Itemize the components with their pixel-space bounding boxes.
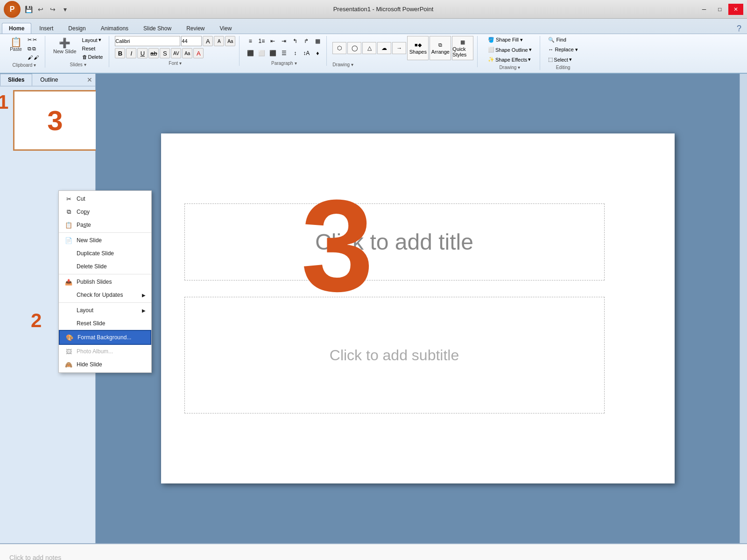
format-painter-button[interactable]: 🖌 🖌 [25, 54, 41, 61]
shape-4[interactable]: ☁ [377, 42, 391, 54]
slide-subtitle-box[interactable]: Click to add subtitle [184, 297, 605, 413]
shadow-button[interactable]: S [160, 48, 170, 58]
ctx-format-background[interactable]: 🎨 Format Background... [59, 330, 151, 345]
ltr-button[interactable]: ↱ [301, 36, 311, 46]
char-spacing-button[interactable]: AV [171, 48, 181, 58]
reset-button[interactable]: Reset [80, 45, 106, 52]
align-center-button[interactable]: ⬜ [256, 48, 267, 58]
save-button[interactable]: 💾 [23, 4, 34, 14]
ctx-sep1 [59, 232, 151, 233]
clear-format-button[interactable]: Aa [225, 36, 235, 46]
bold-button[interactable]: B [115, 48, 125, 58]
arrange-button[interactable]: ⧉ Arrange [430, 36, 451, 60]
copy-button[interactable]: ⧉ ⧉ [25, 45, 41, 53]
ctx-paste[interactable]: 📋 Paste [59, 218, 151, 231]
align-right-button[interactable]: ⬛ [268, 48, 278, 58]
tab-design[interactable]: Design [61, 23, 92, 34]
slide-thumbnail-1[interactable]: 3 [13, 90, 97, 151]
font-name-input[interactable] [115, 36, 180, 46]
ctx-publish-slides[interactable]: 📤 Publish Slides [59, 275, 151, 288]
ribbon-group-drawing: ⬡ ◯ △ ☁ → ■◆ Shapes ⧉ Arrange ▦ Quick St… [329, 36, 478, 67]
help-icon[interactable]: ? [737, 24, 745, 34]
smartart-button[interactable]: ♦ [312, 48, 323, 58]
layout-button[interactable]: Layout ▾ [80, 36, 106, 44]
find-button[interactable]: 🔍 Find [546, 36, 568, 44]
tab-review[interactable]: Review [179, 23, 211, 34]
select-button[interactable]: ⬚ Select ▾ [546, 56, 574, 63]
paste-button[interactable]: 📋 Paste [7, 36, 24, 53]
shape-1[interactable]: ⬡ [332, 42, 346, 54]
slide-canvas[interactable]: 3 Click to add title Click to add subtit… [161, 133, 675, 483]
font-color-button[interactable]: A [193, 48, 204, 58]
notes-bar[interactable]: Click to add notes [0, 543, 747, 560]
check-updates-icon [64, 291, 73, 299]
shape-effects-button[interactable]: ✨ Shape Effects ▾ [486, 56, 533, 63]
numbering-button[interactable]: 1≡ [256, 36, 267, 46]
strikethrough-button[interactable]: ab [148, 48, 159, 58]
drawing-label[interactable]: Drawing ▾ [332, 62, 353, 67]
decrease-indent-button[interactable]: ⇤ [268, 36, 278, 46]
office-button[interactable]: P [4, 1, 21, 18]
text-direction-button[interactable]: ↕A [301, 48, 311, 58]
tab-animations[interactable]: Animations [94, 23, 135, 34]
delete-button[interactable]: 🗑 Delete [80, 53, 106, 61]
slide-title-box[interactable]: Click to add title [184, 203, 605, 280]
tab-outline[interactable]: Outline [32, 74, 66, 86]
redo-button[interactable]: ↪ [48, 4, 58, 14]
close-side-panel-button[interactable]: ✕ [84, 74, 95, 86]
align-left-button[interactable]: ⬛ [245, 48, 255, 58]
underline-button[interactable]: U [137, 48, 148, 58]
minimize-button[interactable]: ─ [697, 4, 712, 15]
paragraph-label[interactable]: Paragraph ▾ [271, 61, 297, 66]
new-slide-button[interactable]: ➕ New Slide [51, 36, 79, 56]
replace-button[interactable]: ↔ Replace ▾ [546, 46, 580, 54]
quick-styles-button[interactable]: ▦ Quick Styles [452, 36, 473, 60]
bullets-button[interactable]: ≡ [245, 36, 255, 46]
justify-button[interactable]: ☰ [279, 48, 289, 58]
shape-outline-button[interactable]: ⬜ Shape Outline ▾ [486, 46, 534, 54]
ctx-reset-slide[interactable]: Reset Slide [59, 317, 151, 330]
decrease-font-button[interactable]: A [214, 36, 224, 46]
close-button[interactable]: ✕ [728, 4, 743, 15]
font-label[interactable]: Font ▾ [169, 61, 182, 66]
increase-font-button[interactable]: A [203, 36, 213, 46]
tab-slides[interactable]: Slides [0, 74, 32, 86]
tab-insert[interactable]: Insert [32, 23, 60, 34]
ctx-copy[interactable]: ⧉ Copy [59, 205, 151, 218]
ctx-format-bg-label: Format Background... [78, 334, 145, 341]
vertical-scrollbar[interactable] [740, 74, 747, 543]
shape-3[interactable]: △ [362, 42, 376, 54]
side-panel: Slides Outline ✕ 1 3 2 ✂ Cut ⧉ Copy 📋 Pa… [0, 74, 96, 543]
undo-button[interactable]: ↩ [35, 4, 46, 14]
shape-fill-button[interactable]: 🪣 Shape Fill ▾ [486, 36, 525, 44]
change-case-button[interactable]: Aa [182, 48, 192, 58]
tab-slideshow[interactable]: Slide Show [136, 23, 178, 34]
drawing-tools-label[interactable]: Drawing ▾ [500, 65, 520, 70]
reset-ctx-icon [64, 319, 73, 328]
customize-qa-button[interactable]: ▾ [60, 4, 70, 14]
shape-2[interactable]: ◯ [347, 42, 361, 54]
italic-button[interactable]: I [126, 48, 136, 58]
ctx-delete-slide[interactable]: Delete Slide [59, 260, 151, 273]
cut-button[interactable]: ✂ ✂ [25, 36, 41, 44]
ctx-duplicate-slide[interactable]: Duplicate Slide [59, 247, 151, 260]
ctx-check-updates[interactable]: Check for Updates ▶ [59, 288, 151, 301]
ctx-cut[interactable]: ✂ Cut [59, 192, 151, 205]
ctx-hide-slide[interactable]: 🙈 Hide Slide [59, 358, 151, 371]
clipboard-label[interactable]: Clipboard ▾ [13, 63, 36, 68]
columns-button[interactable]: ▦ [312, 36, 323, 46]
slides-label[interactable]: Slides ▾ [70, 62, 86, 67]
editing-label[interactable]: Editing [556, 65, 571, 70]
ctx-new-slide[interactable]: 📄 New Slide [59, 234, 151, 247]
shape-5[interactable]: → [392, 42, 406, 54]
rtl-button[interactable]: ↰ [290, 36, 300, 46]
increase-indent-button[interactable]: ⇥ [279, 36, 289, 46]
shapes-button[interactable]: ■◆ Shapes [407, 36, 429, 60]
maximize-button[interactable]: □ [712, 4, 727, 15]
ctx-layout-label: Layout [77, 307, 138, 314]
ctx-layout[interactable]: Layout ▶ [59, 304, 151, 317]
tab-view[interactable]: View [213, 23, 239, 34]
tab-home[interactable]: Home [2, 23, 31, 34]
line-spacing-button[interactable]: ↕ [290, 48, 300, 58]
font-size-input[interactable] [181, 36, 202, 46]
